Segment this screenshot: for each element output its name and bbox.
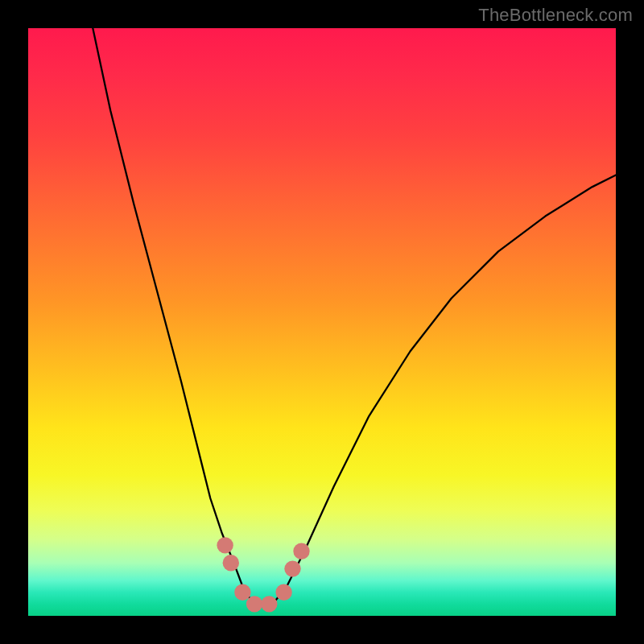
highlight-dot bbox=[217, 537, 233, 553]
highlight-dot bbox=[284, 560, 300, 576]
highlight-dot bbox=[261, 596, 277, 612]
highlight-dot bbox=[293, 543, 309, 559]
highlight-dot bbox=[246, 596, 262, 612]
bottleneck-curve bbox=[93, 28, 616, 607]
plot-svg bbox=[28, 28, 616, 616]
highlight-dot bbox=[234, 584, 250, 601]
highlight-dot bbox=[223, 555, 239, 571]
plot-area bbox=[28, 28, 616, 616]
highlight-dot bbox=[275, 584, 291, 601]
chart-frame: TheBottleneck.com bbox=[0, 0, 644, 644]
watermark-text: TheBottleneck.com bbox=[478, 5, 633, 26]
highlight-dots bbox=[217, 537, 309, 612]
